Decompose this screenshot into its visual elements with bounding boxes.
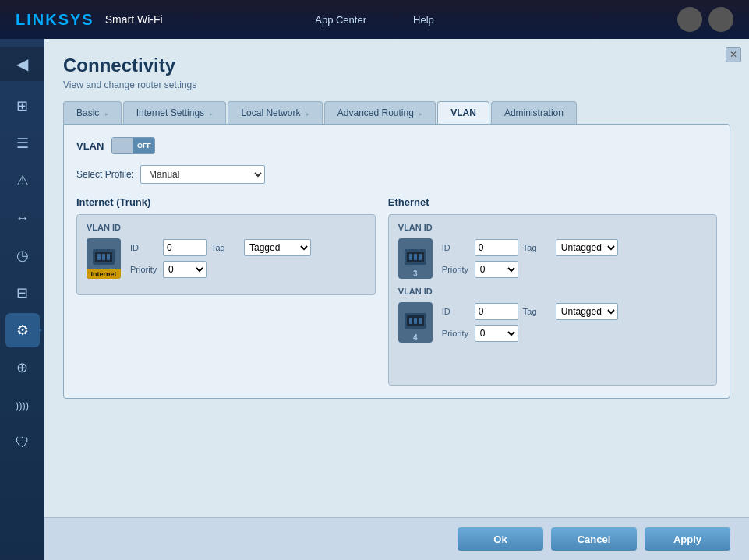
vlan-columns: Internet (Trunk) VLAN ID (76, 196, 717, 386)
svg-rect-3 (102, 254, 105, 260)
eth-port-4-row: 4 ID Tag Untagged Tagged (398, 302, 707, 343)
vlan-toggle-row: VLAN OFF (76, 137, 717, 154)
ok-button[interactable]: Ok (458, 527, 543, 551)
top-nav: App Center Help (315, 14, 434, 26)
sidebar-item-alerts[interactable]: ⚠ (5, 164, 40, 198)
shield-icon: 🛡 (16, 435, 30, 451)
eth-vlan-id-label-4: VLAN ID (398, 287, 707, 296)
tab-basic[interactable]: Basic ▸ (63, 101, 122, 124)
internet-id-input[interactable] (163, 239, 207, 256)
app-icon: ⊕ (16, 359, 28, 376)
internet-tag-label: Tag (211, 243, 239, 252)
sidebar-item-wifi[interactable]: )))) (5, 388, 40, 422)
toggle-off-side: OFF (133, 138, 154, 153)
history-icon: ◷ (16, 247, 29, 264)
content-panel: ✕ Connectivity View and change router se… (44, 39, 749, 517)
tab-vlan[interactable]: VLAN (437, 101, 489, 124)
internet-trunk-title: Internet (Trunk) (76, 196, 376, 208)
svg-rect-4 (107, 254, 110, 260)
eth-4-id-input[interactable] (475, 303, 518, 320)
eth-3-id-label: ID (442, 243, 470, 252)
wifi-icon: )))) (16, 400, 29, 411)
sidebar-item-devices[interactable]: ☰ (5, 126, 40, 160)
internet-vlan-id-label: VLAN ID (87, 223, 366, 232)
svg-rect-12 (409, 318, 412, 324)
tab-bar: Basic ▸ Internet Settings ▸ Local Networ… (63, 101, 730, 124)
ethernet-title: Ethernet (388, 196, 717, 208)
internet-trunk-box: VLAN ID Inte (76, 214, 376, 295)
eth-port-4-icon: 4 (398, 302, 433, 343)
eth-3-priority-select[interactable]: 012 (475, 261, 518, 278)
close-button[interactable]: ✕ (726, 47, 741, 62)
eth-4-priority-label: Priority (442, 329, 470, 338)
internet-port-icon: Internet (87, 238, 121, 279)
internet-priority-select[interactable]: 0123 (163, 261, 207, 278)
sidebar-item-network[interactable]: ⊟ (5, 276, 40, 310)
avatar[interactable] (677, 7, 702, 32)
app-center-link[interactable]: App Center (315, 14, 366, 26)
vlan-toggle[interactable]: OFF (111, 137, 155, 154)
eth-port-4-fields: ID Tag Untagged Tagged Priority (442, 303, 618, 342)
internet-fields: ID Tag Tagged Untagged Priority (130, 239, 311, 278)
brand-name: LINKSYS (16, 11, 94, 29)
sidebar-item-security[interactable]: 🛡 (5, 425, 40, 460)
internet-vlan-row: Internet ID Tag Tagged U (87, 238, 366, 279)
eth-4-id-label: ID (442, 307, 470, 316)
svg-rect-9 (419, 254, 422, 260)
tab-routing[interactable]: Advanced Routing ▸ (324, 101, 436, 124)
page-title: Connectivity (63, 55, 730, 76)
svg-rect-8 (414, 254, 417, 260)
eth-port-4-svg (403, 312, 428, 333)
eth-3-id-row: ID Tag Untagged Tagged (442, 239, 618, 256)
svg-rect-13 (414, 318, 417, 324)
sidebar-item-parental[interactable]: ↔ (5, 201, 40, 235)
devices-icon: ☰ (16, 135, 29, 152)
eth-vlan-id-label-3: VLAN ID (398, 223, 707, 232)
app-subtitle: Smart Wi-Fi (105, 13, 163, 26)
page-subtitle: View and change router settings (63, 79, 730, 90)
eth-4-tag-select[interactable]: Untagged Tagged (556, 303, 618, 320)
logo-area: LINKSYS Smart Wi-Fi (16, 11, 163, 29)
main-content: ✕ Connectivity View and change router se… (44, 39, 749, 560)
sidebar-item-history[interactable]: ◷ (5, 238, 40, 273)
eth-4-priority-select[interactable]: 012 (475, 325, 518, 342)
eth-port-3-row: 3 ID Tag Untagged Tagged (398, 238, 707, 279)
sidebar-back-button[interactable]: ◀ (0, 47, 44, 81)
svg-rect-2 (97, 254, 101, 260)
internet-tag-select[interactable]: Tagged Untagged (244, 239, 311, 256)
help-link[interactable]: Help (413, 14, 434, 26)
apply-button[interactable]: Apply (645, 527, 730, 551)
eth-3-priority-label: Priority (442, 265, 470, 274)
eth-port-3-fields: ID Tag Untagged Tagged Priority (442, 239, 618, 278)
top-bar: LINKSYS Smart Wi-Fi App Center Help (0, 0, 749, 39)
profile-label: Select Profile: (76, 169, 134, 180)
eth-3-tag-select[interactable]: Untagged Tagged (556, 239, 618, 256)
eth-4-id-row: ID Tag Untagged Tagged (442, 303, 618, 320)
tab-content-vlan: VLAN OFF Select Profile: Manual Internet… (63, 124, 730, 399)
cancel-button[interactable]: Cancel (551, 527, 637, 551)
sidebar-item-dashboard[interactable]: ⊞ (5, 89, 40, 123)
profile-select[interactable]: Manual (140, 165, 265, 184)
tab-admin[interactable]: Administration (491, 101, 577, 124)
eth-port-3-icon: 3 (398, 238, 433, 279)
eth-port-3-badge: 3 (398, 269, 433, 279)
tab-basic-arrow: ▸ (105, 111, 108, 118)
internet-priority-label: Priority (130, 265, 158, 274)
internet-priority-row: Priority 0123 (130, 261, 311, 278)
eth-3-tag-label: Tag (523, 243, 551, 252)
sidebar-item-app[interactable]: ⊕ (5, 350, 40, 385)
top-right (677, 7, 733, 32)
svg-rect-7 (409, 254, 412, 260)
internet-id-row: ID Tag Tagged Untagged (130, 239, 311, 256)
internet-port-svg (91, 248, 116, 269)
eth-port-4-badge: 4 (398, 333, 433, 343)
settings-icon: ⚙ (16, 322, 29, 339)
internet-trunk-col: Internet (Trunk) VLAN ID (76, 196, 376, 386)
avatar-2[interactable] (708, 7, 733, 32)
tab-local[interactable]: Local Network ▸ (228, 101, 322, 124)
tab-internet[interactable]: Internet Settings ▸ (123, 101, 227, 124)
sidebar-item-settings[interactable]: ⚙ (5, 313, 40, 347)
eth-3-id-input[interactable] (475, 239, 518, 256)
vlan-section-label: VLAN (76, 140, 104, 152)
sidebar: ◀ ⊞ ☰ ⚠ ↔ ◷ ⊟ ⚙ ⊕ )))) 🛡 (0, 39, 44, 560)
